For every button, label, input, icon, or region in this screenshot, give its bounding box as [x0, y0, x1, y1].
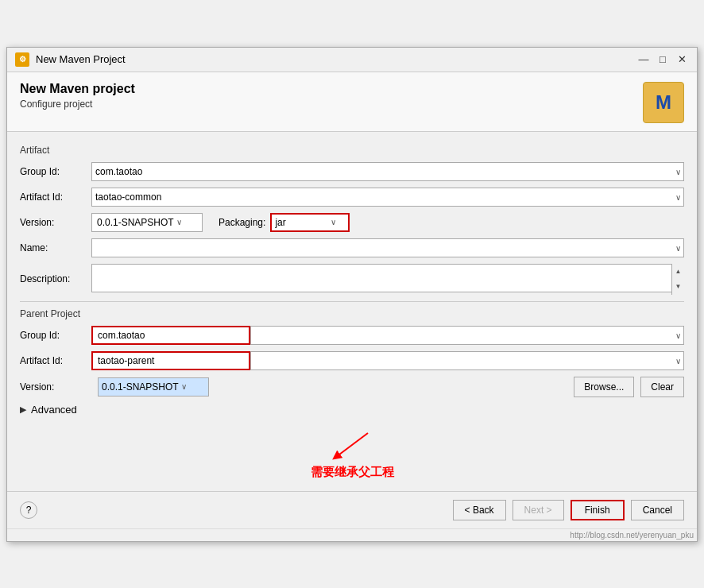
parent-group-arrow-icon: ∨ — [675, 331, 681, 339]
description-row: Description: ▲ ▼ — [20, 264, 684, 295]
help-button[interactable]: ? — [20, 501, 37, 519]
group-id-input[interactable] — [91, 162, 684, 181]
header-title: New Maven project — [20, 82, 135, 96]
parent-version-input[interactable] — [102, 381, 181, 393]
parent-section-label: Parent Project — [20, 308, 684, 319]
title-bar-left: ⚙ New Maven Project — [15, 52, 126, 67]
parent-artifact-id-row: Artifact Id: ∨ — [20, 351, 684, 370]
annotation-container: 需要继承父工程 — [20, 425, 684, 480]
watermark: http://blog.csdn.net/yerenyuan_pku — [7, 528, 697, 541]
header-section: New Maven project Configure project — [7, 72, 697, 132]
cancel-button[interactable]: Cancel — [631, 500, 684, 520]
title-bar: ⚙ New Maven Project — □ ✕ — [7, 48, 697, 72]
back-button[interactable]: < Back — [453, 500, 506, 520]
artifact-id-input[interactable] — [91, 188, 684, 207]
name-input[interactable] — [91, 238, 684, 257]
description-wrapper: ▲ ▼ — [91, 264, 684, 295]
divider-1 — [20, 301, 684, 302]
parent-version-wrapper[interactable]: ∨ — [98, 377, 209, 397]
artifact-id-label: Artifact Id: — [20, 191, 91, 203]
parent-artifact-id-input[interactable] — [91, 351, 250, 370]
parent-group-id-right-input[interactable] — [250, 326, 684, 345]
maven-title-icon: ⚙ — [15, 52, 29, 67]
parent-version-row: Version: ∨ Browse... Clear — [20, 377, 684, 397]
advanced-expand-icon: ▶ — [20, 404, 26, 415]
group-id-label: Group Id: — [20, 166, 91, 177]
name-wrapper: ∨ — [91, 238, 684, 257]
maven-logo — [643, 82, 684, 123]
annotation-arrow-svg — [320, 425, 384, 465]
minimize-button[interactable]: — — [636, 52, 651, 67]
header-text: New Maven project Configure project — [20, 82, 135, 110]
artifact-id-wrapper: ∨ — [91, 188, 684, 207]
packaging-input[interactable] — [275, 217, 331, 228]
content-area: Artifact Group Id: ∨ Artifact Id: ∨ Vers… — [7, 132, 697, 491]
name-label: Name: — [20, 242, 91, 253]
title-controls: — □ ✕ — [636, 52, 689, 67]
browse-button[interactable]: Browse... — [574, 377, 634, 397]
maximize-button[interactable]: □ — [656, 52, 670, 67]
parent-artifact-arrow-icon: ∨ — [675, 356, 681, 365]
dialog-title: New Maven Project — [36, 53, 126, 65]
parent-artifact-id-label: Artifact Id: — [20, 355, 91, 366]
header-subtitle: Configure project — [20, 99, 135, 110]
description-scroll: ▲ ▼ — [671, 264, 684, 295]
group-id-row: Group Id: ∨ — [20, 162, 684, 181]
group-id-wrapper: ∨ — [91, 162, 684, 181]
annotation: 需要继承父工程 — [20, 425, 684, 480]
parent-group-id-label: Group Id: — [20, 330, 91, 341]
version-label: Version: — [20, 217, 91, 228]
advanced-row[interactable]: ▶ Advanced — [20, 404, 684, 416]
dialog: ⚙ New Maven Project — □ ✕ New Maven proj… — [6, 47, 698, 542]
parent-version-label: Version: — [20, 381, 91, 393]
clear-button[interactable]: Clear — [640, 377, 684, 397]
parent-version-arrow-icon: ∨ — [181, 382, 187, 391]
artifact-section-label: Artifact — [20, 145, 684, 156]
scroll-down-button[interactable]: ▼ — [672, 279, 684, 295]
version-arrow-icon: ∨ — [176, 218, 182, 226]
packaging-input-wrapper[interactable]: ∨ — [270, 213, 350, 232]
svg-line-1 — [336, 433, 368, 457]
packaging-label: Packaging: — [219, 217, 265, 228]
parent-group-id-row: Group Id: ∨ — [20, 326, 684, 345]
name-row: Name: ∨ — [20, 238, 684, 257]
finish-button[interactable]: Finish — [571, 500, 625, 520]
annotation-text: 需要继承父工程 — [311, 465, 394, 480]
version-wrapper[interactable]: ∨ — [91, 213, 203, 232]
description-label: Description: — [20, 273, 91, 284]
version-input[interactable] — [97, 217, 176, 228]
packaging-wrapper: Packaging: ∨ — [219, 213, 350, 232]
next-button[interactable]: Next > — [513, 500, 564, 520]
bottom-right-buttons: < Back Next > Finish Cancel — [453, 500, 684, 520]
description-input[interactable] — [91, 264, 684, 292]
scroll-up-button[interactable]: ▲ — [672, 264, 684, 280]
packaging-arrow-icon: ∨ — [331, 218, 336, 226]
advanced-label[interactable]: Advanced — [31, 404, 77, 416]
artifact-id-row: Artifact Id: ∨ — [20, 188, 684, 207]
parent-group-id-input[interactable] — [91, 326, 250, 345]
close-button[interactable]: ✕ — [675, 52, 689, 67]
bottom-bar: ? < Back Next > Finish Cancel — [7, 491, 697, 528]
parent-artifact-id-right-input[interactable] — [250, 351, 684, 370]
version-packaging-row: Version: ∨ Packaging: ∨ — [20, 213, 684, 232]
